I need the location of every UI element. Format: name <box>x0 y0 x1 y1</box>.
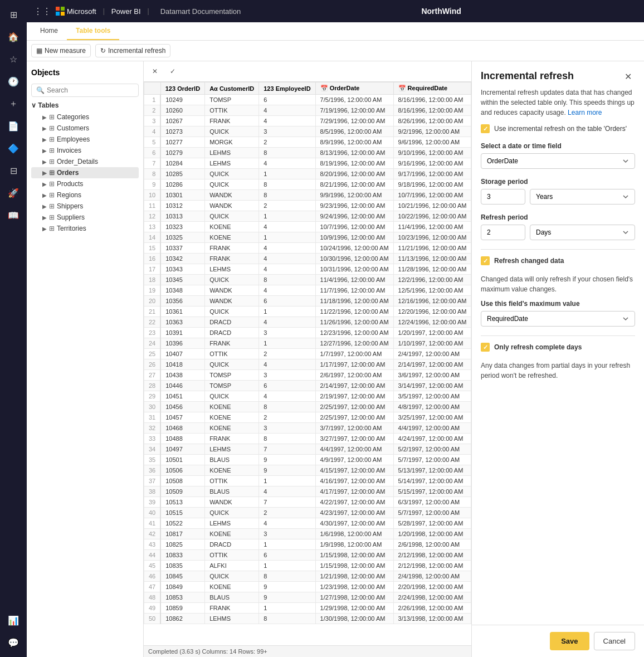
table-row: 1210313QUICK19/24/1996, 12:00:00 AM10/22… <box>144 211 472 222</box>
cell-31-1: 10468 <box>160 423 204 434</box>
toolbar-check[interactable]: ✓ <box>166 65 179 78</box>
tree-item-customers[interactable]: ▶⊞Customers <box>31 123 139 134</box>
tables-collapse-icon[interactable]: ∨ <box>31 101 36 109</box>
refresh-period-unit-select[interactable]: DaysMonthsYears <box>530 225 635 240</box>
table-icon: ⊞ <box>49 225 55 232</box>
max-value-select[interactable]: OrderDateRequiredDateShippedDate <box>481 311 635 327</box>
search-box[interactable]: 🔍 <box>31 84 139 97</box>
col-header-3[interactable]: 123 EmployeeID <box>259 82 315 95</box>
use-ir-checkbox[interactable]: ✓ <box>481 124 490 133</box>
toolbar-x[interactable]: ✕ <box>148 65 162 78</box>
storage-period-inputs: DaysMonthsYears <box>481 189 635 205</box>
sidebar-icon-plus[interactable]: ＋ <box>3 94 23 114</box>
cell-43-4: 1/15/1998, 12:00:00 AM <box>315 550 393 561</box>
col-header-4[interactable]: 📅 OrderDate <box>315 82 393 95</box>
table-body: 110249TOMSP67/5/1996, 12:00:00 AM8/16/19… <box>144 95 472 624</box>
cell-40-1: 10522 <box>160 518 204 529</box>
ms-logo: Microsoft <box>56 7 96 16</box>
tree-item-invoices[interactable]: ▶⊞Invoices <box>31 145 139 156</box>
refresh-changed-checkbox[interactable]: ✓ <box>481 256 490 265</box>
cell-40-5: 5/28/1997, 12:00:00 AM <box>393 518 471 529</box>
col-header-1[interactable]: 123 OrderID <box>160 82 204 95</box>
sidebar-icon-book[interactable]: 📖 <box>3 205 23 225</box>
table-row: 110249TOMSP67/5/1996, 12:00:00 AM8/16/19… <box>144 95 472 105</box>
cell-28-2: QUICK <box>205 391 259 402</box>
cell-12-3: 4 <box>259 222 315 232</box>
cell-38-0: 39 <box>144 497 161 508</box>
sidebar-icon-database[interactable]: 🔷 <box>3 138 23 158</box>
tree-item-territories[interactable]: ▶⊞Territories <box>31 223 139 234</box>
cell-6-2: LEHMS <box>205 158 259 169</box>
ir-close-button[interactable]: ✕ <box>621 70 635 83</box>
sidebar-icon-clock[interactable]: 🕐 <box>3 71 23 91</box>
sidebar-icon-document[interactable]: 📄 <box>3 116 23 136</box>
tree-item-products[interactable]: ▶⊞Products <box>31 178 139 189</box>
cell-23-5: 1/10/1997, 12:00:00 AM <box>393 338 471 349</box>
checkmark3-icon: ✓ <box>483 344 488 351</box>
cell-19-5: 12/16/1996, 12:00:00 AM <box>393 296 471 306</box>
table-icon: ⊞ <box>49 169 55 177</box>
col-header-5[interactable]: 📅 RequiredDate <box>393 82 471 95</box>
tree-item-orders[interactable]: ▶⊞Orders <box>31 167 139 178</box>
tree-item-employees[interactable]: ▶⊞Employees <box>31 134 139 145</box>
storage-period-unit-select[interactable]: DaysMonthsYears <box>530 189 635 205</box>
tree-item-shippers[interactable]: ▶⊞Shippers <box>31 201 139 212</box>
table-area: ✕ ✓ 123 OrderIDAα CustomerID123 Employee… <box>144 61 471 657</box>
grid-icon[interactable]: ⋮⋮ <box>33 6 51 17</box>
cell-12-5: 11/4/1996, 12:00:00 AM <box>393 222 471 232</box>
cell-9-5: 10/7/1996, 12:00:00 AM <box>393 190 471 201</box>
tree-item-categories[interactable]: ▶⊞Categories <box>31 111 139 123</box>
cell-33-4: 4/4/1997, 12:00:00 AM <box>315 444 393 455</box>
cell-30-1: 10457 <box>160 412 204 423</box>
cell-34-3: 9 <box>259 455 315 465</box>
tab-table-tools[interactable]: Table tools <box>67 22 119 40</box>
table-row: 3610506KOENE94/15/1997, 12:00:00 AM5/13/… <box>144 465 472 476</box>
col-header-2[interactable]: Aα CustomerID <box>205 82 259 95</box>
cell-7-1: 10285 <box>160 169 204 179</box>
cell-24-4: 1/7/1997, 12:00:00 AM <box>315 349 393 359</box>
table-scroll[interactable]: 123 OrderIDAα CustomerID123 EmployeeID📅 … <box>144 82 471 645</box>
date-field-select[interactable]: OrderDateRequiredDateShippedDate <box>481 153 635 169</box>
sidebar-icon-grid[interactable]: ⊞ <box>3 4 23 25</box>
tree-item-suppliers[interactable]: ▶⊞Suppliers <box>31 212 139 223</box>
learn-more-link[interactable]: Learn more <box>568 109 602 116</box>
cell-4-3: 2 <box>259 137 315 148</box>
tab-home[interactable]: Home <box>31 22 67 40</box>
col-header-0[interactable] <box>144 82 161 95</box>
cancel-button[interactable]: Cancel <box>594 632 635 650</box>
sidebar-icon-home[interactable]: 🏠 <box>3 27 23 47</box>
refresh-period-number[interactable] <box>481 225 525 240</box>
new-measure-icon: ▦ <box>36 47 42 55</box>
refresh-period-label: Refresh period <box>481 213 635 221</box>
search-input[interactable] <box>47 86 134 94</box>
storage-period-number[interactable] <box>481 189 525 205</box>
sidebar-icon-rocket[interactable]: 🚀 <box>3 183 23 203</box>
save-button[interactable]: Save <box>550 632 589 650</box>
cell-21-4: 11/26/1996, 12:00:00 AM <box>315 317 393 328</box>
sidebar-icon-chart[interactable]: 📊 <box>3 610 23 630</box>
cell-42-2: DRACD <box>205 539 259 550</box>
checkmark-icon: ✓ <box>483 125 488 133</box>
content-area: Objects 🔍 ∨ Tables ▶⊞Categories▶⊞Custome… <box>27 61 644 657</box>
complete-days-checkbox[interactable]: ✓ <box>481 343 490 352</box>
tree-item-order_details[interactable]: ▶⊞Order_Details <box>31 156 139 167</box>
cell-18-0: 19 <box>144 285 161 296</box>
cell-41-3: 3 <box>259 529 315 539</box>
logo-red <box>56 7 60 11</box>
cell-46-1: 10849 <box>160 582 204 592</box>
table-row: 3710508OTTIK14/16/1997, 12:00:00 AM5/14/… <box>144 476 472 486</box>
incremental-refresh-button[interactable]: ↻ Incremental refresh <box>95 44 170 57</box>
sidebar-icon-star[interactable]: ☆ <box>3 49 23 69</box>
table-icon: ⊞ <box>49 113 55 121</box>
new-measure-button[interactable]: ▦ New measure <box>31 44 91 57</box>
sidebar-icon-chat[interactable]: 💬 <box>3 632 23 653</box>
cell-21-0: 22 <box>144 317 161 328</box>
table-row: 2010356WANDK611/18/1996, 12:00:00 AM12/1… <box>144 296 472 306</box>
cell-11-5: 10/22/1996, 12:00:00 AM <box>393 211 471 222</box>
cell-33-2: LEHMS <box>205 444 259 455</box>
cell-9-0: 10 <box>144 190 161 201</box>
cell-15-3: 4 <box>259 254 315 264</box>
max-value-row: Use this field's maximum value OrderDate… <box>481 300 635 327</box>
sidebar-icon-grid2[interactable]: ⊟ <box>3 160 23 181</box>
tree-item-regions[interactable]: ▶⊞Regions <box>31 189 139 201</box>
